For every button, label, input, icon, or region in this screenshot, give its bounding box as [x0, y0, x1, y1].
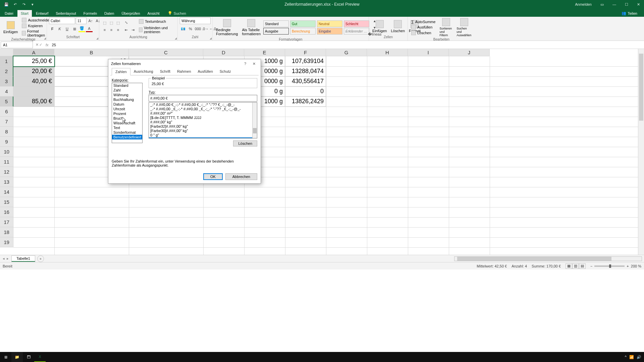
align-right-icon[interactable]: ≡: [115, 26, 121, 33]
normal-view-icon[interactable]: ▦: [566, 263, 572, 269]
find-select-button[interactable]: Suchen und Auswählen: [455, 17, 473, 38]
cancel-formula-icon[interactable]: ✕: [36, 43, 39, 47]
dlg-tab-zahlen[interactable]: Zahlen: [112, 68, 130, 75]
category-item[interactable]: Datum: [112, 102, 142, 107]
col-header-I[interactable]: I: [408, 49, 449, 56]
style-ausgabe[interactable]: Ausgabe: [263, 28, 289, 35]
worksheet[interactable]: ABCDEFGHIJ 12345678910111213141516171819…: [0, 49, 644, 255]
comma-format-icon[interactable]: 000: [195, 25, 201, 32]
bold-button[interactable]: F: [49, 25, 56, 32]
close-dialog-icon[interactable]: ✕: [250, 60, 258, 67]
taskbar-app-icon[interactable]: 🗔: [23, 352, 34, 362]
underline-button[interactable]: U: [64, 25, 70, 32]
cell-styles-gallery[interactable]: Standard Gut Neutral Schlecht Ausgabe Be…: [263, 20, 370, 35]
cell-F2[interactable]: 13288,0474: [285, 66, 326, 76]
style-berechnung[interactable]: Berechnung: [290, 28, 316, 35]
zoom-control[interactable]: −+200 %: [590, 264, 641, 268]
paste-button[interactable]: Einfügen: [2, 20, 19, 35]
help-icon[interactable]: ?: [241, 60, 249, 67]
row-header-10[interactable]: 10: [0, 147, 13, 157]
type-input[interactable]: [149, 95, 257, 102]
style-erklaerend[interactable]: Erklärender …: [344, 28, 369, 35]
dlg-tab-ausrichtung[interactable]: Ausrichtung: [130, 68, 157, 75]
sort-filter-button[interactable]: Sortieren und Filtern: [438, 17, 454, 38]
number-format-combo[interactable]: Währung: [180, 17, 211, 24]
cancel-button[interactable]: Abbrechen: [225, 173, 257, 180]
type-item[interactable]: [Farbe30]#.###,00" kg": [149, 129, 257, 133]
fill-color-button[interactable]: 🪣: [78, 25, 85, 32]
col-header-D[interactable]: D: [203, 49, 244, 56]
type-item[interactable]: [Farbe32]#.###,00" kg": [149, 124, 257, 129]
new-sheet-icon[interactable]: +: [37, 255, 44, 262]
tab-ansicht[interactable]: Ansicht: [144, 10, 163, 17]
cell-A3[interactable]: 40,00 €: [13, 76, 54, 86]
enter-formula-icon[interactable]: ✓: [39, 43, 42, 47]
type-item[interactable]: #.###,00" kg": [149, 120, 257, 124]
wrap-text-button[interactable]: Textumbruch: [138, 19, 175, 24]
tab-formeln[interactable]: Formeln: [80, 10, 100, 17]
col-header-F[interactable]: F: [285, 49, 326, 56]
volume-icon[interactable]: 🔊: [637, 355, 641, 359]
tab-ueberpruefen[interactable]: Überprüfen: [118, 10, 143, 17]
zoom-level[interactable]: 200 %: [631, 264, 641, 268]
page-break-view-icon[interactable]: ▤: [579, 263, 586, 269]
type-item[interactable]: _-* #.##0,00 _€_-;-* #.##0,00 _€_-;_-* "…: [149, 107, 257, 111]
dialog-launcher-icon[interactable]: ◢: [44, 37, 46, 40]
col-header-H[interactable]: H: [367, 49, 408, 56]
type-list[interactable]: _-* #.##0,00 €_-;-* #.##0,00 €_-;_-* "-"…: [149, 102, 257, 138]
row-header-11[interactable]: 11: [0, 157, 13, 167]
category-item[interactable]: Zahl: [112, 88, 142, 93]
close-icon[interactable]: ✕: [633, 0, 644, 9]
category-item[interactable]: Standard: [112, 83, 142, 88]
cell-F4[interactable]: 0: [285, 86, 326, 97]
category-item[interactable]: Wissenschaft: [112, 121, 142, 125]
type-item[interactable]: 0 " g": [149, 133, 257, 137]
fill-button[interactable]: Ausfüllen: [410, 24, 437, 30]
dialog-titlebar[interactable]: Zellen formatieren ?✕: [108, 59, 261, 68]
delete-format-button[interactable]: Löschen: [233, 140, 257, 146]
col-header-A[interactable]: A: [13, 49, 54, 56]
tab-start[interactable]: Start: [17, 10, 32, 17]
signin-button[interactable]: Anmelden: [571, 0, 596, 9]
font-size-combo[interactable]: 11: [76, 17, 87, 24]
accounting-format-icon[interactable]: 💶: [180, 25, 186, 32]
start-button[interactable]: ⊞: [0, 352, 11, 362]
increase-decimal-icon[interactable]: .0→: [202, 25, 209, 32]
col-header-E[interactable]: E: [244, 49, 285, 56]
category-item[interactable]: Text: [112, 125, 142, 130]
dlg-tab-ausfuellen[interactable]: Ausfüllen: [195, 68, 216, 75]
insert-cells-button[interactable]: Einfügen: [371, 19, 388, 34]
share-button[interactable]: 👥 Teilen: [618, 10, 641, 17]
style-standard[interactable]: Standard: [263, 20, 289, 27]
dialog-launcher-icon[interactable]: ◢: [210, 37, 212, 40]
row-header-3[interactable]: 3: [0, 76, 13, 86]
col-header-B[interactable]: B: [54, 49, 129, 56]
excel-taskbar-icon[interactable]: X: [34, 352, 46, 362]
row-header-5[interactable]: 5: [0, 97, 13, 107]
ribbon-display-icon[interactable]: ▭: [596, 0, 608, 9]
clear-button[interactable]: Löschen: [410, 30, 437, 36]
row-header-6[interactable]: 6: [0, 107, 13, 117]
category-item[interactable]: Buchhaltung: [112, 97, 142, 102]
tell-me-search[interactable]: 💡 Suchen: [166, 10, 187, 17]
align-top-icon[interactable]: ⬚: [101, 20, 108, 26]
sheet-nav-prev-icon[interactable]: ◂: [3, 256, 5, 261]
border-button[interactable]: ⊞: [71, 25, 78, 32]
align-middle-icon[interactable]: ⬚: [108, 20, 115, 26]
row-header-4[interactable]: 4: [0, 86, 13, 97]
cell-A5[interactable]: 85,00 €: [13, 97, 54, 107]
category-item[interactable]: Prozent: [112, 111, 142, 116]
type-item[interactable]: [$-de-DE]TTTT, T. MMMM JJJJ: [149, 116, 257, 120]
type-list-scrollbar[interactable]: [252, 103, 257, 138]
fx-icon[interactable]: fx: [44, 43, 50, 47]
category-item[interactable]: Benutzerdefiniert: [112, 135, 142, 139]
align-bottom-icon[interactable]: ⬚: [115, 20, 121, 26]
tab-entwurf[interactable]: Entwurf: [33, 10, 52, 17]
row-header-19[interactable]: 19: [0, 237, 13, 247]
minimize-icon[interactable]: —: [608, 0, 620, 9]
type-item[interactable]: #.##0,00 €: [149, 137, 257, 138]
file-explorer-icon[interactable]: 📁: [11, 352, 23, 362]
undo-icon[interactable]: ↶: [11, 1, 19, 8]
type-item[interactable]: _-* #.##0,00 €_-;-* #.##0,00 €_-;_-* "-"…: [149, 103, 257, 107]
horizontal-scrollbar[interactable]: [454, 256, 642, 261]
